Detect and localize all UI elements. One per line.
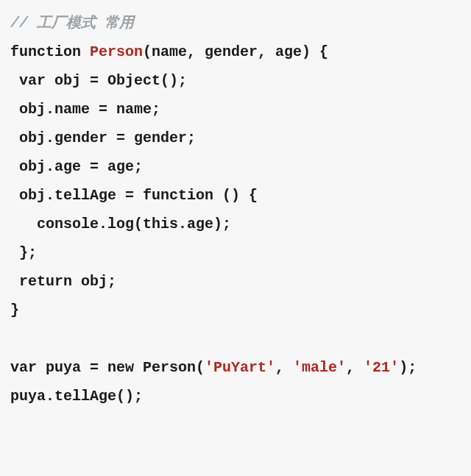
kw-function: function <box>10 43 81 60</box>
code-text: (name, gender, age) { <box>143 43 328 60</box>
fn-name: Person <box>90 43 143 60</box>
code-line: puya.tellAge(); <box>10 388 143 405</box>
code-line: }; <box>10 244 37 261</box>
string-literal: 'male' <box>293 359 346 376</box>
code-line: obj.age = age; <box>10 158 143 175</box>
code-text: , <box>346 359 364 376</box>
code-line: obj.gender = gender; <box>10 129 196 146</box>
code-text: var puya = new Person( <box>10 359 205 376</box>
code-text: , <box>275 359 293 376</box>
string-literal: '21' <box>364 359 399 376</box>
code-comment: // 工厂模式 常用 <box>10 15 134 32</box>
code-text: ); <box>399 359 417 376</box>
code-line: return obj; <box>10 273 116 290</box>
code-line: obj.tellAge = function () { <box>10 187 258 204</box>
code-block: // 工厂模式 常用 function Person(name, gender,… <box>0 0 471 419</box>
code-line: var obj = Object(); <box>10 72 187 89</box>
code-line: } <box>10 302 19 319</box>
string-literal: 'PuYart' <box>205 359 275 376</box>
code-line: obj.name = name; <box>10 101 160 118</box>
code-line: console.log(this.age); <box>10 216 231 232</box>
